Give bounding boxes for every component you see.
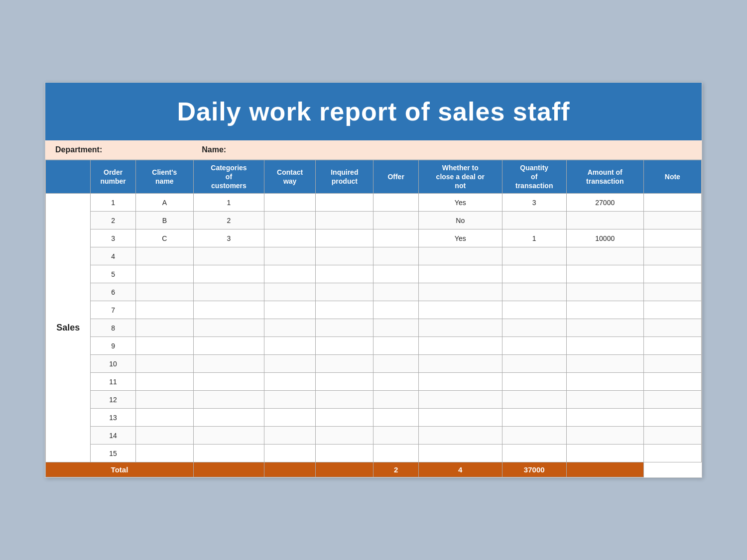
cell-whether: No <box>418 212 502 229</box>
cell-note <box>643 355 701 373</box>
cell-amount <box>566 355 643 373</box>
cell-note <box>643 427 701 445</box>
table-row: 11 <box>46 373 702 391</box>
cell-quantity <box>502 319 566 337</box>
cell-order: 5 <box>91 265 135 283</box>
cell-offer <box>374 355 418 373</box>
cell-quantity <box>502 391 566 409</box>
department-label: Department: <box>55 145 102 154</box>
cell-categories <box>193 409 264 427</box>
cell-amount <box>566 301 643 319</box>
cell-amount: 10000 <box>566 229 643 247</box>
info-row: Department: Name: <box>45 140 702 160</box>
cell-client <box>135 319 193 337</box>
cell-amount <box>566 265 643 283</box>
cell-contact <box>264 409 315 427</box>
header-clients-name: Client'sname <box>135 160 193 194</box>
header-order-number: Ordernumber <box>91 160 135 194</box>
cell-amount <box>566 445 643 462</box>
table-row: 9 <box>46 337 702 355</box>
header-categories: Categoriesofcustomers <box>193 160 264 194</box>
cell-order: 2 <box>91 212 135 229</box>
cell-offer <box>374 283 418 301</box>
cell-client <box>135 409 193 427</box>
total-inquired <box>264 462 315 477</box>
table-row: 6 <box>46 283 702 301</box>
header-offer: Offer <box>374 160 418 194</box>
cell-order: 1 <box>91 194 135 212</box>
table-row: Sales1A1Yes327000 <box>46 194 702 212</box>
cell-categories <box>193 265 264 283</box>
cell-categories <box>193 427 264 445</box>
cell-whether <box>418 247 502 265</box>
cell-client <box>135 283 193 301</box>
total-amount: 37000 <box>502 462 566 477</box>
cell-client <box>135 265 193 283</box>
cell-categories: 3 <box>193 229 264 247</box>
report-container: Daily work report of sales staff Departm… <box>45 82 702 478</box>
cell-amount: 27000 <box>566 194 643 212</box>
cell-contact <box>264 391 315 409</box>
cell-contact <box>264 212 315 229</box>
total-row: Total2437000 <box>46 462 702 477</box>
cell-offer <box>374 247 418 265</box>
cell-note <box>643 337 701 355</box>
cell-order: 14 <box>91 427 135 445</box>
cell-order: 15 <box>91 445 135 462</box>
cell-whether <box>418 319 502 337</box>
cell-inquired <box>316 247 374 265</box>
cell-amount <box>566 247 643 265</box>
cell-client <box>135 355 193 373</box>
cell-contact <box>264 445 315 462</box>
cell-amount <box>566 409 643 427</box>
cell-categories <box>193 337 264 355</box>
cell-categories <box>193 301 264 319</box>
cell-categories <box>193 391 264 409</box>
cell-whether <box>418 445 502 462</box>
table-row: 2B2No <box>46 212 702 229</box>
total-label: Total <box>46 462 194 477</box>
cell-inquired <box>316 319 374 337</box>
cell-client: A <box>135 194 193 212</box>
cell-inquired <box>316 445 374 462</box>
cell-client <box>135 337 193 355</box>
cell-order: 8 <box>91 319 135 337</box>
cell-order: 7 <box>91 301 135 319</box>
cell-whether: Yes <box>418 229 502 247</box>
cell-whether <box>418 301 502 319</box>
cell-contact <box>264 373 315 391</box>
cell-note <box>643 247 701 265</box>
cell-order: 6 <box>91 283 135 301</box>
cell-quantity: 1 <box>502 229 566 247</box>
cell-client <box>135 247 193 265</box>
cell-categories <box>193 355 264 373</box>
cell-contact <box>264 194 315 212</box>
cell-amount <box>566 212 643 229</box>
cell-offer <box>374 373 418 391</box>
cell-note <box>643 319 701 337</box>
cell-categories <box>193 319 264 337</box>
cell-offer <box>374 337 418 355</box>
cell-inquired <box>316 229 374 247</box>
cell-inquired <box>316 427 374 445</box>
header-whether-to-close: Whether toclose a deal ornot <box>418 160 502 194</box>
header-quantity-of: Quantityoftransaction <box>502 160 566 194</box>
cell-whether <box>418 391 502 409</box>
cell-inquired <box>316 409 374 427</box>
table-row: 8 <box>46 319 702 337</box>
cell-whether <box>418 409 502 427</box>
cell-inquired <box>316 355 374 373</box>
cell-quantity <box>502 373 566 391</box>
cell-note <box>643 445 701 462</box>
cell-note <box>643 265 701 283</box>
cell-note <box>643 212 701 229</box>
cell-whether: Yes <box>418 194 502 212</box>
cell-order: 9 <box>91 337 135 355</box>
cell-contact <box>264 283 315 301</box>
cell-contact <box>264 319 315 337</box>
cell-amount <box>566 283 643 301</box>
cell-whether <box>418 337 502 355</box>
header-sales <box>46 160 91 194</box>
total-contact <box>193 462 264 477</box>
name-label: Name: <box>202 145 226 154</box>
